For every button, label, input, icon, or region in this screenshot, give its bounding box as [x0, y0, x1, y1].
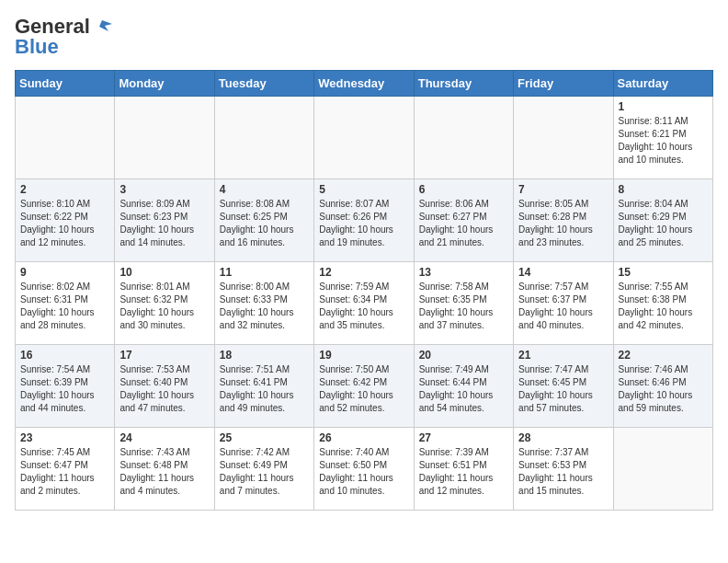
weekday-header-thursday: Thursday — [414, 71, 513, 97]
calendar-cell — [115, 97, 214, 179]
day-number: 27 — [419, 431, 508, 444]
day-number: 16 — [20, 349, 109, 362]
weekday-header-saturday: Saturday — [613, 71, 712, 97]
calendar-cell: 18Sunrise: 7:51 AM Sunset: 6:41 PM Dayli… — [214, 345, 313, 428]
day-number: 13 — [419, 266, 508, 279]
day-number: 14 — [518, 266, 608, 279]
day-info: Sunrise: 8:05 AM Sunset: 6:28 PM Dayligh… — [518, 198, 608, 249]
calendar-cell: 19Sunrise: 7:50 AM Sunset: 6:42 PM Dayli… — [314, 345, 414, 428]
day-number: 8 — [619, 183, 708, 196]
calendar-cell: 8Sunrise: 8:04 AM Sunset: 6:29 PM Daylig… — [613, 179, 712, 262]
calendar-cell: 3Sunrise: 8:09 AM Sunset: 6:23 PM Daylig… — [115, 179, 214, 262]
calendar-cell: 6Sunrise: 8:06 AM Sunset: 6:27 PM Daylig… — [414, 179, 513, 262]
day-number: 28 — [518, 431, 608, 444]
day-info: Sunrise: 7:47 AM Sunset: 6:45 PM Dayligh… — [518, 363, 608, 415]
weekday-header-friday: Friday — [514, 71, 613, 97]
weekday-header-wednesday: Wednesday — [314, 71, 414, 97]
calendar-cell — [314, 97, 414, 179]
day-info: Sunrise: 7:57 AM Sunset: 6:37 PM Dayligh… — [518, 281, 608, 332]
day-number: 5 — [319, 183, 408, 196]
day-number: 22 — [619, 349, 708, 362]
day-number: 6 — [419, 183, 508, 196]
day-info: Sunrise: 7:59 AM Sunset: 6:34 PM Dayligh… — [319, 281, 408, 332]
logo: General Blue — [15, 15, 112, 59]
day-info: Sunrise: 8:00 AM Sunset: 6:33 PM Dayligh… — [220, 281, 309, 332]
calendar-cell: 23Sunrise: 7:45 AM Sunset: 6:47 PM Dayli… — [16, 428, 115, 511]
calendar-cell: 5Sunrise: 8:07 AM Sunset: 6:26 PM Daylig… — [314, 179, 414, 262]
day-number: 18 — [220, 349, 309, 362]
day-number: 10 — [119, 266, 209, 279]
day-info: Sunrise: 7:42 AM Sunset: 6:49 PM Dayligh… — [220, 446, 309, 498]
calendar-cell — [214, 97, 313, 179]
day-info: Sunrise: 7:39 AM Sunset: 6:51 PM Dayligh… — [419, 446, 508, 498]
day-info: Sunrise: 8:04 AM Sunset: 6:29 PM Dayligh… — [619, 198, 708, 249]
day-number: 11 — [220, 266, 309, 279]
calendar-cell: 22Sunrise: 7:46 AM Sunset: 6:46 PM Dayli… — [613, 345, 712, 428]
calendar-week-4: 16Sunrise: 7:54 AM Sunset: 6:39 PM Dayli… — [16, 345, 713, 428]
day-info: Sunrise: 7:54 AM Sunset: 6:39 PM Dayligh… — [20, 363, 109, 415]
day-number: 26 — [319, 431, 408, 444]
calendar-cell: 28Sunrise: 7:37 AM Sunset: 6:53 PM Dayli… — [514, 428, 613, 511]
day-info: Sunrise: 7:51 AM Sunset: 6:41 PM Dayligh… — [220, 363, 309, 415]
day-number: 9 — [20, 266, 109, 279]
day-info: Sunrise: 8:09 AM Sunset: 6:23 PM Dayligh… — [119, 198, 209, 249]
calendar-cell: 16Sunrise: 7:54 AM Sunset: 6:39 PM Dayli… — [16, 345, 115, 428]
day-info: Sunrise: 7:46 AM Sunset: 6:46 PM Dayligh… — [619, 363, 708, 415]
calendar-cell: 20Sunrise: 7:49 AM Sunset: 6:44 PM Dayli… — [414, 345, 513, 428]
day-number: 1 — [619, 100, 708, 113]
day-number: 15 — [619, 266, 708, 279]
day-number: 24 — [119, 431, 209, 444]
day-info: Sunrise: 8:11 AM Sunset: 6:21 PM Dayligh… — [619, 115, 708, 167]
day-number: 3 — [119, 183, 209, 196]
day-info: Sunrise: 7:49 AM Sunset: 6:44 PM Dayligh… — [419, 363, 508, 415]
calendar-cell: 27Sunrise: 7:39 AM Sunset: 6:51 PM Dayli… — [414, 428, 513, 511]
weekday-header-tuesday: Tuesday — [214, 71, 313, 97]
calendar-cell: 14Sunrise: 7:57 AM Sunset: 6:37 PM Dayli… — [514, 262, 613, 345]
day-number: 23 — [20, 431, 109, 444]
day-number: 4 — [220, 183, 309, 196]
calendar-cell — [514, 97, 613, 179]
page-header: General Blue — [15, 15, 713, 59]
day-number: 12 — [319, 266, 408, 279]
day-info: Sunrise: 8:10 AM Sunset: 6:22 PM Dayligh… — [20, 198, 109, 249]
day-number: 7 — [518, 183, 608, 196]
calendar-week-3: 9Sunrise: 8:02 AM Sunset: 6:31 PM Daylig… — [16, 262, 713, 345]
calendar-cell: 7Sunrise: 8:05 AM Sunset: 6:28 PM Daylig… — [514, 179, 613, 262]
day-info: Sunrise: 7:43 AM Sunset: 6:48 PM Dayligh… — [119, 446, 209, 498]
weekday-header-row: SundayMondayTuesdayWednesdayThursdayFrid… — [16, 71, 713, 97]
day-info: Sunrise: 7:37 AM Sunset: 6:53 PM Dayligh… — [518, 446, 608, 498]
day-number: 25 — [220, 431, 309, 444]
day-info: Sunrise: 7:50 AM Sunset: 6:42 PM Dayligh… — [319, 363, 408, 415]
calendar-cell: 1Sunrise: 8:11 AM Sunset: 6:21 PM Daylig… — [613, 97, 712, 179]
day-info: Sunrise: 8:02 AM Sunset: 6:31 PM Dayligh… — [20, 281, 109, 332]
calendar-cell — [613, 428, 712, 511]
day-info: Sunrise: 7:40 AM Sunset: 6:50 PM Dayligh… — [319, 446, 408, 498]
calendar-cell: 21Sunrise: 7:47 AM Sunset: 6:45 PM Dayli… — [514, 345, 613, 428]
calendar-cell: 12Sunrise: 7:59 AM Sunset: 6:34 PM Dayli… — [314, 262, 414, 345]
day-info: Sunrise: 7:58 AM Sunset: 6:35 PM Dayligh… — [419, 281, 508, 332]
calendar-cell: 24Sunrise: 7:43 AM Sunset: 6:48 PM Dayli… — [115, 428, 214, 511]
calendar-week-5: 23Sunrise: 7:45 AM Sunset: 6:47 PM Dayli… — [16, 428, 713, 511]
day-number: 19 — [319, 349, 408, 362]
logo-bird-icon — [92, 17, 112, 37]
calendar-cell — [414, 97, 513, 179]
day-info: Sunrise: 8:08 AM Sunset: 6:25 PM Dayligh… — [220, 198, 309, 249]
day-number: 2 — [20, 183, 109, 196]
weekday-header-monday: Monday — [115, 71, 214, 97]
calendar-cell: 10Sunrise: 8:01 AM Sunset: 6:32 PM Dayli… — [115, 262, 214, 345]
day-number: 21 — [518, 349, 608, 362]
calendar-cell — [16, 97, 115, 179]
calendar-cell: 2Sunrise: 8:10 AM Sunset: 6:22 PM Daylig… — [16, 179, 115, 262]
calendar-cell: 25Sunrise: 7:42 AM Sunset: 6:49 PM Dayli… — [214, 428, 313, 511]
calendar-week-1: 1Sunrise: 8:11 AM Sunset: 6:21 PM Daylig… — [16, 97, 713, 179]
day-info: Sunrise: 8:06 AM Sunset: 6:27 PM Dayligh… — [419, 198, 508, 249]
logo-blue-text: Blue — [15, 35, 59, 59]
svg-marker-0 — [99, 20, 112, 31]
day-info: Sunrise: 7:45 AM Sunset: 6:47 PM Dayligh… — [20, 446, 109, 498]
calendar-cell: 11Sunrise: 8:00 AM Sunset: 6:33 PM Dayli… — [214, 262, 313, 345]
calendar-week-2: 2Sunrise: 8:10 AM Sunset: 6:22 PM Daylig… — [16, 179, 713, 262]
calendar-cell: 4Sunrise: 8:08 AM Sunset: 6:25 PM Daylig… — [214, 179, 313, 262]
calendar-table: SundayMondayTuesdayWednesdayThursdayFrid… — [15, 70, 713, 511]
day-info: Sunrise: 8:01 AM Sunset: 6:32 PM Dayligh… — [119, 281, 209, 332]
day-info: Sunrise: 8:07 AM Sunset: 6:26 PM Dayligh… — [319, 198, 408, 249]
